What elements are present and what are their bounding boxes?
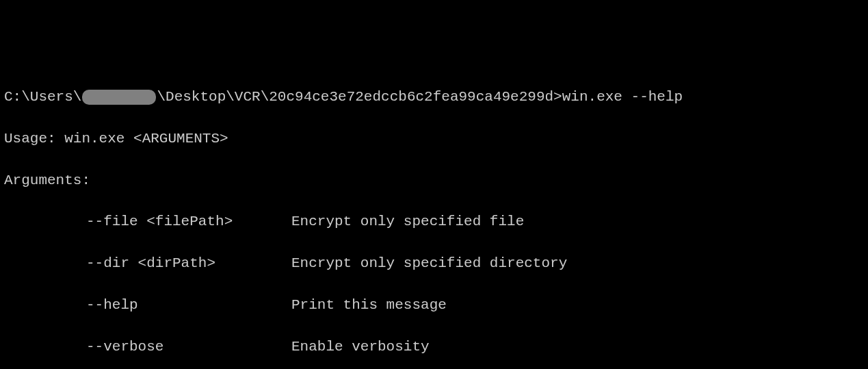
- argument-indent: [4, 295, 86, 316]
- argument-flag: --dir <dirPath>: [86, 253, 291, 274]
- argument-description: Encrypt only specified directory: [291, 253, 864, 274]
- argument-indent: [4, 212, 86, 232]
- arguments-header: Arguments:: [4, 170, 864, 191]
- argument-row: --helpPrint this message: [4, 295, 864, 316]
- path-suffix: \Desktop\VCR\20c94ce3e72edccb6c2fea99ca4…: [157, 87, 562, 107]
- argument-row: --dir <dirPath>Encrypt only specified di…: [4, 253, 864, 274]
- command-prompt-line: C:\Users\\Desktop\VCR\20c94ce3e72edccb6c…: [4, 87, 864, 107]
- argument-description: Print this message: [291, 295, 864, 316]
- argument-row: --verboseEnable verbosity: [4, 337, 864, 357]
- argument-indent: [4, 253, 86, 274]
- path-prefix: C:\Users\: [4, 87, 81, 107]
- argument-flag: --verbose: [86, 337, 291, 357]
- argument-description: Encrypt only specified file: [291, 212, 864, 232]
- argument-description: Enable verbosity: [291, 337, 864, 357]
- argument-row: --file <filePath>Encrypt only specified …: [4, 212, 864, 232]
- argument-flag: --file <filePath>: [86, 212, 291, 232]
- command-input[interactable]: win.exe --help: [562, 87, 683, 107]
- usage-line: Usage: win.exe <ARGUMENTS>: [4, 129, 864, 149]
- argument-flag: --help: [86, 295, 291, 316]
- argument-indent: [4, 337, 86, 357]
- redacted-username: [82, 90, 156, 105]
